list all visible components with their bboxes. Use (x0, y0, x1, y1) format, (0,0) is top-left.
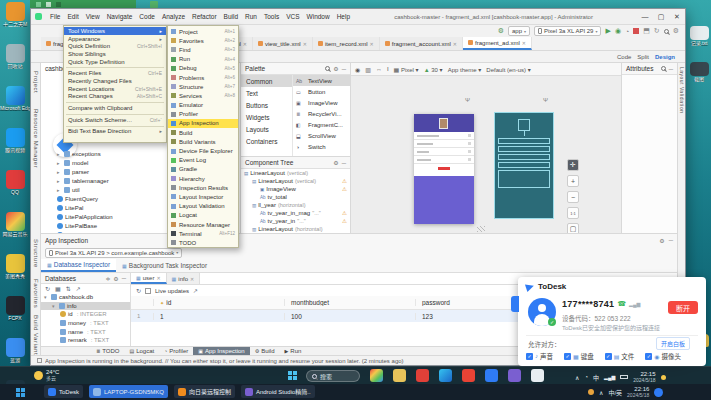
pan-button[interactable]: ✛ (567, 159, 579, 171)
keep-open-icon[interactable]: ⇅ (66, 285, 71, 292)
expand-arrow-icon[interactable]: ▸ (57, 151, 62, 157)
close-button[interactable]: ✕ (669, 13, 685, 21)
taskbar-app-icon[interactable] (370, 369, 383, 382)
menu-item[interactable]: Refactor (192, 13, 217, 20)
tray-expand-icon[interactable]: ∧ (599, 389, 603, 396)
ime-indicator[interactable]: 中/英 (608, 388, 622, 397)
view-menu-item[interactable] (66, 65, 164, 68)
tool-strip-build-variants[interactable]: Build Variants (33, 315, 39, 359)
component-tree-node[interactable]: Ab tv_total (241, 193, 350, 201)
export-icon[interactable]: ↗ (76, 285, 81, 292)
editor-mode[interactable]: Design (655, 54, 675, 60)
tray-icon[interactable] (588, 389, 594, 395)
weather-widget[interactable]: 24°C 多云 (34, 369, 59, 381)
palette-category[interactable]: Text (241, 87, 292, 99)
close-tab-icon[interactable]: ✕ (370, 41, 374, 47)
whiteboard-button[interactable]: 开启白板 (656, 337, 690, 350)
submenu-item[interactable]: Project Alt+1 (168, 27, 238, 36)
live-updates-checkbox[interactable] (145, 288, 151, 294)
notification-bell-icon[interactable] (661, 375, 666, 380)
tool-window-button[interactable]: ▤ Logcat (124, 347, 159, 355)
submenu-item[interactable]: Layout Inspector (168, 192, 238, 201)
database-tree-item[interactable]: remark : TEXT (41, 336, 130, 345)
night-mode-icon[interactable]: I (387, 66, 389, 72)
run-config-select[interactable]: app ▾ (508, 26, 530, 36)
palette-item[interactable]: ≣ RecyclerVi... (293, 108, 351, 119)
editor-tab[interactable]: item_record.xml ✕ (313, 37, 380, 50)
blueprint-preview[interactable] (494, 112, 554, 219)
menu-item[interactable]: Build (224, 13, 238, 20)
close-tab-icon[interactable]: ✕ (243, 41, 247, 47)
tool-window-button[interactable]: ▶ Run (280, 347, 307, 355)
submenu-item[interactable]: Profiler (168, 110, 238, 119)
palette-category[interactable]: Layouts (241, 123, 292, 135)
view-options-icon[interactable]: ◉ (355, 66, 360, 73)
desktop-icon[interactable]: FCPX (0, 296, 30, 321)
menu-item[interactable]: Code (139, 13, 155, 20)
taskbar-app-icon[interactable] (485, 369, 498, 382)
view-menu-item[interactable]: Recently Changed Files (64, 77, 166, 85)
editor-tab[interactable]: fragment_ad.xml ✕ (463, 37, 532, 50)
checkbox-checked-icon[interactable]: ✓ (526, 353, 533, 360)
refresh-icon[interactable]: ↻ (45, 285, 50, 292)
search-icon[interactable] (664, 29, 669, 34)
desktop-icon[interactable]: 网易云音乐 (0, 212, 30, 237)
submenu-item[interactable]: Run Alt+4 (168, 55, 238, 64)
checkbox-checked-icon[interactable]: ✓ (564, 353, 571, 360)
checkbox-checked-icon[interactable]: ✓ (605, 353, 612, 360)
view-menu-item[interactable]: Recent Changes Alt+Shift+C (64, 93, 166, 101)
submenu-item[interactable]: App Inspection (168, 119, 238, 128)
database-tree-item[interactable]: ▾ cashbook.db (41, 293, 130, 302)
submenu-item[interactable]: Resource Manager (168, 220, 238, 229)
desktop-icon[interactable]: 十二之天M (0, 2, 30, 27)
checkbox-checked-icon[interactable]: ✓ (645, 353, 652, 360)
expand-arrow-icon[interactable]: ▾ (52, 303, 57, 309)
palette-item[interactable]: Ab TextView (293, 75, 351, 86)
attach-debugger-icon[interactable]: ⬒ (643, 27, 650, 35)
clock[interactable]: 22:16 2024/5/18 (627, 386, 649, 398)
palette-item[interactable]: ▣ ImageView (293, 97, 351, 108)
settings-icon[interactable]: ⚙ (673, 27, 679, 35)
submenu-item[interactable]: Emulator (168, 101, 238, 110)
palette-item[interactable]: ▭ Button (293, 86, 351, 97)
view-menu-item[interactable]: Appearance (64, 35, 166, 43)
component-tree-node[interactable]: ▣ ImageView (241, 185, 350, 193)
design-preview[interactable] (414, 114, 474, 224)
component-tree-node[interactable]: ▥ ll_year (horizontal) (241, 201, 350, 209)
battery-icon[interactable] (620, 375, 628, 379)
stop-icon[interactable] (633, 28, 639, 34)
tool-strip-favorites[interactable]: Favorites (33, 279, 39, 308)
view-menu-item[interactable]: Recent Locations Ctrl+Shift+E (64, 85, 166, 93)
taskbar-window-button[interactable]: Android Studio精简.. (241, 385, 315, 398)
tool-window-button[interactable]: ◔ Profiler (159, 347, 193, 355)
component-tree-node[interactable]: ▤ LinearLayout (vertical) (241, 177, 350, 185)
editor-tab[interactable]: fragment_account.xml ✕ (380, 37, 463, 50)
start-button[interactable] (16, 388, 25, 397)
component-tree-node[interactable]: ▥ LinearLayout (horizontal) (241, 225, 350, 233)
orientation-icon[interactable]: ↔ (376, 66, 382, 72)
desktop-icon[interactable]: QQ (0, 170, 30, 195)
submenu-item[interactable]: Favorites Alt+2 (168, 36, 238, 45)
view-menu-item[interactable] (66, 100, 164, 103)
build-hammer-icon[interactable]: ⚙ (498, 27, 504, 35)
editor-tab[interactable]: view_title.xml ✕ (253, 37, 313, 50)
desktop-icon[interactable]: 美图秀秀 (0, 254, 30, 279)
hide-icon[interactable]: ─ (669, 237, 673, 243)
expand-arrow-icon[interactable]: ▸ (57, 160, 62, 166)
tool-window-button[interactable]: ▣ App Inspection (193, 347, 249, 355)
settings-icon[interactable]: ⚙ (659, 237, 664, 244)
editor-mode[interactable]: Split (637, 54, 649, 60)
expand-arrow-icon[interactable]: ▸ (57, 187, 62, 193)
desktop-icon[interactable]: 蓝湖 (0, 338, 30, 363)
database-tree-item[interactable]: id : INTEGER (41, 310, 130, 319)
submenu-item[interactable]: Event Log (168, 156, 238, 165)
permission-toggle[interactable]: ✓ ♪ 声音 (526, 351, 553, 361)
taskbar-app-icon[interactable] (416, 369, 429, 382)
phone-icon[interactable]: ☎ (617, 300, 626, 308)
settings-icon[interactable]: ⚙ (333, 65, 338, 72)
view-menu-item[interactable]: Compare with Clipboard (64, 104, 166, 112)
refresh-icon[interactable]: ↻ (136, 287, 141, 294)
table-tab[interactable]: ▦ user ✕ (131, 273, 167, 284)
expand-arrow-icon[interactable]: ▸ (57, 169, 62, 175)
menu-item[interactable]: View (86, 13, 100, 20)
